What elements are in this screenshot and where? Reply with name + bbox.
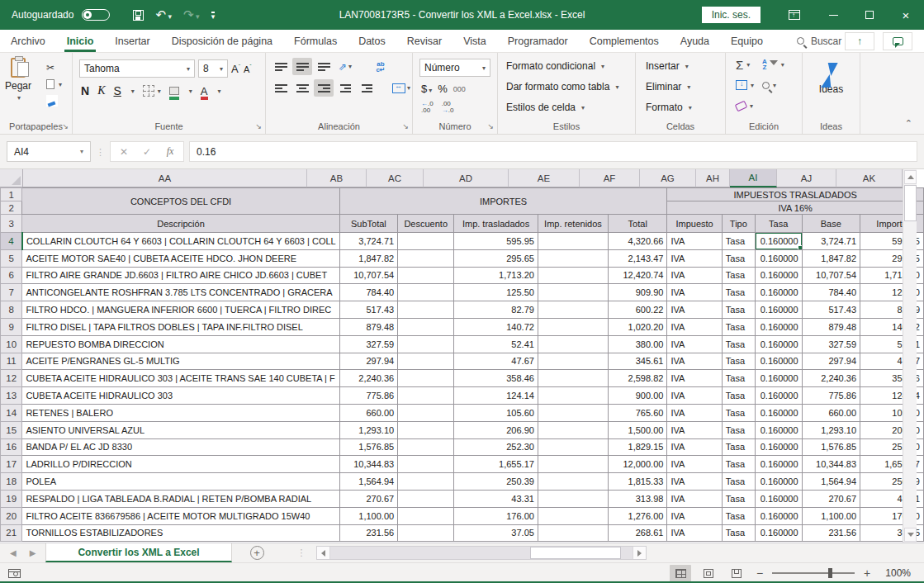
row-header-16[interactable]: 16 [1,438,22,456]
clear-button[interactable]: ▾ [736,97,754,114]
cell-AC9[interactable] [398,318,454,335]
cell-AA5[interactable]: ACEITE MOTOR SAE40 | CUBETA ACEITE HDCO.… [22,249,339,267]
cell-AI20[interactable]: 0.160000 [755,507,802,524]
cell-AI11[interactable]: 0.160000 [755,353,802,370]
cell-AB20[interactable]: 1,100.00 [339,507,397,524]
clipboard-dialog-launcher[interactable]: ↘ [62,122,69,130]
cell-AB19[interactable]: 270.67 [339,490,397,507]
fill-button[interactable]: ▾ [736,77,754,93]
row-header-8[interactable]: 8 [1,301,22,319]
cell-AF13[interactable]: 900.00 [609,387,667,405]
cell-AI9[interactable]: 0.160000 [755,318,802,335]
cell-AG15[interactable]: IVA [667,421,722,438]
cell-AE18[interactable] [538,473,608,491]
menu-tab-inicio[interactable]: Inicio [56,30,105,52]
align-center-button[interactable] [292,79,312,97]
cell-AC8[interactable] [398,301,454,319]
ribbon-display-options-button[interactable] [779,0,815,30]
cell-AE12[interactable] [538,370,608,387]
cell-AH18[interactable]: Tasa [722,473,755,491]
cell-AB14[interactable]: 660.00 [339,404,397,421]
cell-AF19[interactable]: 313.98 [609,490,667,507]
cell-AE20[interactable] [538,507,608,524]
cell-header-AG3[interactable]: Impuesto [667,215,722,233]
cell-AF7[interactable]: 909.90 [609,284,667,301]
shrink-font-button[interactable]: Aˇ [244,64,252,74]
normal-view-button[interactable] [670,565,691,582]
cell-AH9[interactable]: Tasa [722,318,755,335]
new-sheet-button[interactable]: + [250,546,264,560]
cell-AI13[interactable]: 0.160000 [755,387,802,405]
search-box[interactable]: Buscar [797,30,841,52]
cell-AA13[interactable]: CUBETA ACEITE HIDRAULICO 303 [22,387,339,405]
cell-AB4[interactable]: 3,724.71 [339,233,397,250]
cell-AG13[interactable]: IVA [667,387,722,405]
cell-AD4[interactable]: 595.95 [454,233,538,250]
cell-AJ19[interactable]: 270.67 [802,490,860,507]
save-icon[interactable] [133,10,144,21]
cell-AJ21[interactable]: 231.56 [802,524,860,542]
paste-button[interactable]: Pegar ▾ [5,58,31,102]
cell-AI8[interactable]: 0.160000 [755,301,802,319]
cell-AB17[interactable]: 10,344.83 [339,456,397,473]
cell-AD5[interactable]: 295.65 [454,249,538,267]
prev-sheet-arrow[interactable]: ◀ [10,548,17,557]
cell-AF6[interactable]: 12,420.74 [609,267,667,284]
cell-AC20[interactable] [398,507,454,524]
cell-header-AF3[interactable]: Total [609,215,667,233]
borders-button[interactable]: ▾ [143,85,161,97]
cell-AC10[interactable] [398,335,454,353]
menu-tab-equipo[interactable]: Equipo [720,30,774,52]
cell-AG11[interactable]: IVA [667,353,722,370]
cell-header-AJ3[interactable]: Base [802,215,860,233]
cell-AF10[interactable]: 380.00 [609,335,667,353]
zoom-in-button[interactable]: + [861,566,873,580]
menu-tab-archivo[interactable]: Archivo [0,30,56,52]
cell-AB21[interactable]: 231.56 [339,524,397,542]
align-top-button[interactable] [271,58,291,75]
font-name-combobox[interactable]: Tahoma▾ [79,59,195,78]
cell-AE21[interactable] [538,524,608,542]
cell-AB10[interactable]: 327.59 [339,335,397,353]
row-header-15[interactable]: 15 [1,421,22,438]
column-header-AH[interactable]: AH [696,169,730,187]
zoom-out-button[interactable]: − [754,566,765,580]
row-header-20[interactable]: 20 [1,507,22,524]
row-header-19[interactable]: 19 [1,490,22,507]
cell-AA19[interactable]: RESPALDO | LIGA TABLEADA B.RADIAL | RETE… [22,490,339,507]
row-header-1[interactable]: 1 [1,188,22,201]
confirm-entry-button[interactable]: ✓ [135,146,159,158]
cell-AJ12[interactable]: 2,240.36 [802,370,860,387]
minimize-button[interactable] [815,0,851,30]
cell-AB9[interactable]: 879.48 [339,318,397,335]
cell-AF20[interactable]: 1,276.00 [609,507,667,524]
cell-AG7[interactable]: IVA [667,284,722,301]
cell-AH21[interactable]: Tasa [722,524,755,542]
cell-AC13[interactable] [398,387,454,405]
row-header-4[interactable]: 4 [1,233,22,250]
orientation-button[interactable]: ⇗▾ [335,58,355,75]
cell-AC15[interactable] [398,421,454,438]
cell-AF15[interactable]: 1,500.00 [609,421,667,438]
tabbar-splitter[interactable]: ⋮ [297,547,306,558]
column-header-AC[interactable]: AC [367,169,424,187]
cell-AE6[interactable] [538,267,608,284]
cell-AG20[interactable]: IVA [667,507,722,524]
cell-AG14[interactable]: IVA [667,404,722,421]
row-header-7[interactable]: 7 [1,284,22,301]
format-as-table-button[interactable]: Dar formato como tabla▾ [506,78,618,96]
cell-header-AA3[interactable]: Descripción [22,215,339,233]
cell-AH20[interactable]: Tasa [722,507,755,524]
cell-AD18[interactable]: 250.39 [454,473,538,491]
alignment-dialog-launcher[interactable]: ↘ [402,122,409,130]
font-color-dropdown[interactable]: ▾ [218,88,221,95]
cell-AB18[interactable]: 1,564.94 [339,473,397,491]
cell-AB6[interactable]: 10,707.54 [339,267,397,284]
cell-AE8[interactable] [538,301,608,319]
insert-function-button[interactable]: fx [159,145,182,158]
cell-AJ17[interactable]: 10,344.83 [802,456,860,473]
page-layout-view-button[interactable] [698,565,719,582]
maximize-button[interactable] [851,0,888,30]
page-break-view-button[interactable] [726,565,747,582]
column-header-AJ[interactable]: AJ [777,169,836,187]
